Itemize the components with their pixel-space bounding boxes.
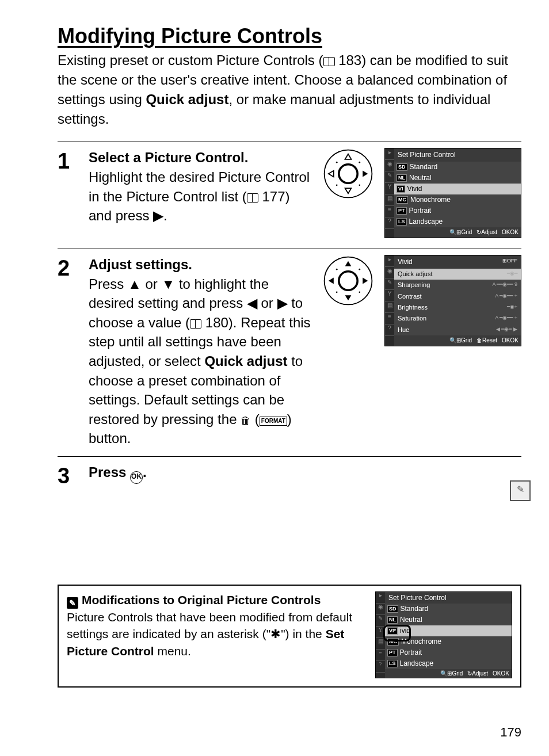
down-arrow-icon: ▼ <box>161 276 175 292</box>
left-arrow-icon: ◀ <box>247 295 257 311</box>
right-arrow-icon: ▶ <box>277 295 288 311</box>
book-icon <box>190 319 201 329</box>
ok-button-icon: OK <box>130 471 143 484</box>
step-2-title: Adjust settings. <box>89 257 192 272</box>
asterisk-icon: ✱ <box>270 627 281 640</box>
svg-point-9 <box>359 269 360 270</box>
panel-2-title: Vivid⊞OFF <box>394 255 521 269</box>
infobox-title: Modifications to Original Picture Contro… <box>82 593 321 606</box>
svg-point-5 <box>359 185 360 186</box>
intro-paragraph: Existing preset or custom Picture Contro… <box>58 51 521 129</box>
svg-point-8 <box>336 269 338 270</box>
separator <box>58 456 521 457</box>
panel-1-title: Set Picture Control <box>394 148 521 162</box>
right-arrow-icon: ▶ <box>153 208 163 223</box>
step-number: 2 <box>58 255 89 279</box>
step-3-title: Press OK. <box>89 464 147 480</box>
up-arrow-icon: ▲ <box>128 276 142 292</box>
svg-point-7 <box>339 272 357 290</box>
dpad-icon <box>322 255 374 307</box>
separator <box>58 249 521 249</box>
step-3: 3 Press OK. <box>58 463 521 487</box>
step-number: 1 <box>58 148 89 172</box>
step-number: 3 <box>58 463 89 487</box>
svg-point-2 <box>336 162 338 163</box>
separator <box>58 142 521 142</box>
book-icon <box>247 193 258 203</box>
page-number: 179 <box>500 725 521 740</box>
svg-point-10 <box>336 292 338 293</box>
svg-point-1 <box>339 165 357 183</box>
step-2: 2 Adjust settings. Press ▲ or ▼ to highl… <box>58 255 521 448</box>
camera-menu-panel-1: ▸◉✎Y▤≡? Set Picture Control SDStandard N… <box>384 148 521 238</box>
step-1: 1 Select a Picture Control. Highlight th… <box>58 148 521 238</box>
info-box: ✎Modifications to Original Picture Contr… <box>58 585 521 688</box>
trash-icon: 🗑 <box>241 414 251 428</box>
panel-3-title: Set Picture Control <box>385 592 512 604</box>
svg-point-4 <box>336 185 338 186</box>
camera-menu-panel-2: ▸◉✎Y▤≡? Vivid⊞OFF Quick adjust━◉━ Sharpe… <box>384 255 521 346</box>
note-icon: ✎ <box>67 597 78 609</box>
svg-point-3 <box>359 162 360 163</box>
svg-point-11 <box>359 292 360 293</box>
format-icon: FORMAT <box>260 417 287 426</box>
page-tab-icon: ✎ <box>510 480 531 501</box>
step-1-title: Select a Picture Control. <box>89 150 248 165</box>
dpad-icon <box>322 148 374 200</box>
book-icon <box>323 57 335 66</box>
callout-circle <box>383 625 411 642</box>
page-title: Modifying Picture Controls <box>58 24 521 48</box>
